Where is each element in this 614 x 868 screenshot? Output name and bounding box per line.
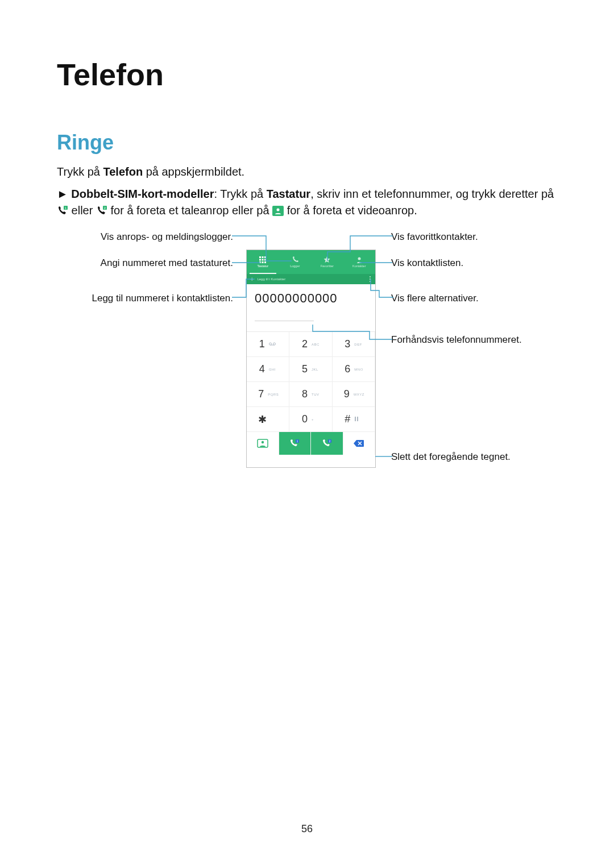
phone-mock: Tastatur Logger Favoritter Kontakter + bbox=[246, 250, 376, 468]
leader-line bbox=[313, 325, 392, 340]
leader-line bbox=[359, 262, 392, 263]
key-8[interactable]: 8TUV bbox=[289, 382, 332, 407]
backspace-button[interactable] bbox=[343, 432, 376, 455]
text: , skriv inn et telefonnummer, og trykk d… bbox=[310, 188, 554, 200]
dialpad: 1 2ABC 3DEF 4GHI 5JKL 6MNO 7PQRS 8TUV 9W… bbox=[247, 331, 375, 432]
digit: 4 bbox=[258, 363, 266, 375]
digit: 6 bbox=[343, 363, 351, 375]
leader-line bbox=[232, 279, 255, 299]
arrow-marker: ► bbox=[57, 188, 71, 200]
text: for å foreta et videoanrop. bbox=[287, 204, 417, 217]
key-5[interactable]: 5JKL bbox=[289, 357, 332, 382]
svg-point-22 bbox=[262, 441, 264, 443]
leader-line bbox=[232, 262, 260, 263]
key-1[interactable]: 1 bbox=[247, 332, 289, 357]
digit: 2 bbox=[301, 338, 309, 350]
digit: 7 bbox=[257, 388, 265, 400]
leader-line bbox=[375, 456, 392, 457]
text: på appskjermbildet. bbox=[143, 165, 244, 178]
svg-text:2: 2 bbox=[104, 206, 106, 210]
phone-sim1-icon: 1 bbox=[289, 439, 300, 448]
leader-line bbox=[232, 236, 292, 264]
svg-text:1: 1 bbox=[65, 206, 67, 210]
callout-right-3: Vis flere alternativer. bbox=[391, 293, 479, 304]
backspace-icon bbox=[353, 439, 364, 447]
video-call-button[interactable] bbox=[247, 432, 279, 455]
callout-right-5: Slett det foregående tegnet. bbox=[391, 451, 511, 463]
letters: DEF bbox=[354, 343, 363, 346]
video-call-icon bbox=[272, 204, 284, 214]
add-contact-bar[interactable]: + Legg til i Kontakter bbox=[247, 274, 375, 284]
call-sim1-button[interactable]: 1 bbox=[279, 432, 312, 455]
call-sim2-button[interactable]: 2 bbox=[311, 432, 343, 455]
tab-label: Tastatur bbox=[257, 264, 268, 268]
key-0[interactable]: 0+ bbox=[289, 407, 332, 432]
letters: WXYZ bbox=[354, 393, 364, 396]
text: for å foreta et taleanrop eller på bbox=[110, 204, 272, 217]
phone-sim2-icon: 2 bbox=[321, 439, 333, 448]
digit: 5 bbox=[301, 363, 309, 375]
page-title: Telefon bbox=[57, 57, 563, 92]
letters: JKL bbox=[312, 368, 321, 371]
phone-sim1-icon: 1 bbox=[57, 204, 68, 214]
key-9[interactable]: 9WXYZ bbox=[333, 382, 375, 407]
callout-left-3: Legg til nummeret i kontaktlisten. bbox=[57, 293, 233, 304]
intro-paragraph-1: Trykk på Telefon på appskjermbildet. bbox=[57, 164, 563, 180]
intro-paragraph-2: ► Dobbelt-SIM-kort-modeller: Trykk på Ta… bbox=[57, 186, 563, 219]
svg-point-5 bbox=[277, 209, 280, 211]
letters: + bbox=[312, 418, 321, 421]
tab-label: Favoritter bbox=[321, 264, 334, 268]
svg-point-17 bbox=[273, 343, 275, 345]
number-display: 00000000000 bbox=[247, 284, 375, 317]
number-underline bbox=[255, 321, 314, 321]
svg-point-16 bbox=[269, 343, 271, 345]
digit: 8 bbox=[301, 388, 309, 400]
leader-line bbox=[327, 236, 393, 264]
letters: PQRS bbox=[268, 393, 279, 396]
tab-label: Logger bbox=[290, 264, 300, 268]
callout-left-1: Vis anrops- og meldingslogger. bbox=[57, 231, 233, 243]
key-4[interactable]: 4GHI bbox=[247, 357, 289, 382]
letters: ABC bbox=[312, 343, 321, 346]
callout-right-2: Vis kontaktlisten. bbox=[391, 258, 463, 269]
callout-right-1: Vis favorittkontakter. bbox=[391, 231, 478, 243]
annotated-screenshot: Tastatur Logger Favoritter Kontakter + bbox=[57, 229, 557, 474]
key-hash[interactable]: # bbox=[333, 407, 375, 432]
key-star[interactable]: ✱ bbox=[247, 407, 289, 432]
digit: ✱ bbox=[258, 413, 266, 426]
letters: MNO bbox=[354, 368, 363, 371]
bold-dual-sim: Dobbelt-SIM-kort-modeller bbox=[71, 188, 214, 200]
digit: # bbox=[343, 413, 351, 425]
voicemail-icon bbox=[269, 342, 278, 346]
callout-left-2: Angi nummeret med tastaturet. bbox=[57, 258, 233, 269]
phone-icon bbox=[292, 256, 298, 263]
pause-icon bbox=[354, 417, 363, 422]
text: Trykk på bbox=[57, 165, 103, 178]
digit: 1 bbox=[258, 338, 266, 350]
text: : Trykk på bbox=[214, 188, 266, 200]
key-6[interactable]: 6MNO bbox=[333, 357, 375, 382]
phone-sim2-icon: 2 bbox=[96, 204, 107, 214]
digit: 0 bbox=[301, 413, 309, 425]
action-row: 1 2 bbox=[247, 432, 375, 455]
callout-right-4: Forhåndsvis telefonnummeret. bbox=[391, 334, 522, 346]
text: eller bbox=[72, 204, 96, 217]
digit: 9 bbox=[343, 388, 351, 400]
svg-rect-19 bbox=[355, 417, 356, 421]
bold-telefon: Telefon bbox=[103, 165, 143, 178]
page-number: 56 bbox=[301, 823, 313, 835]
leader-line bbox=[371, 279, 393, 299]
letters: GHI bbox=[269, 368, 278, 371]
key-7[interactable]: 7PQRS bbox=[247, 382, 289, 407]
svg-rect-20 bbox=[357, 417, 358, 421]
section-title: Ringe bbox=[57, 131, 563, 155]
add-contact-label: Legg til i Kontakter bbox=[257, 277, 366, 281]
video-call-icon bbox=[257, 439, 268, 448]
bold-tastatur: Tastatur bbox=[267, 188, 310, 200]
tab-label: Kontakter bbox=[352, 264, 366, 268]
letters: TUV bbox=[312, 393, 321, 396]
